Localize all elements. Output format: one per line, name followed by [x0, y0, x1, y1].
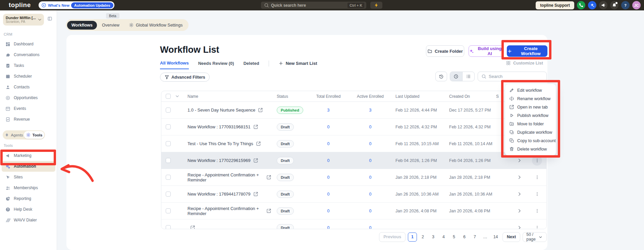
phone-button[interactable] — [577, 1, 585, 9]
sidebar-item-sites[interactable]: Sites — [0, 172, 57, 182]
sidebar-item-contacts[interactable]: Contacts — [0, 82, 57, 92]
tab-all-workflows[interactable]: All Workflows — [160, 60, 189, 69]
next-page-button[interactable]: Next — [502, 232, 520, 242]
page-7[interactable]: 7 — [470, 233, 479, 242]
workflow-name[interactable]: New Workflow : 1770931968151 — [187, 124, 251, 129]
sidebar-item-automation[interactable]: Automation — [2, 161, 55, 172]
row-checkbox[interactable] — [166, 225, 171, 229]
page-1[interactable]: 1 — [408, 233, 417, 242]
sidebar-item-events[interactable]: Events — [0, 103, 57, 114]
open-external-icon[interactable] — [253, 124, 258, 129]
table-row[interactable]: Test - Use This One To Try Things Draft … — [161, 135, 546, 152]
open-external-icon[interactable] — [266, 175, 271, 180]
total-enrolled-value[interactable]: 0 — [308, 125, 348, 129]
workflow-name[interactable]: New Workflow : 1769441778079 — [187, 192, 251, 197]
workflow-name[interactable]: 1.0 - Seven Day Nurture Sequence — [187, 108, 255, 113]
menu-item-rename-workflow[interactable]: Rename workflow — [505, 94, 556, 103]
menu-item-delete-workflow[interactable]: Delete workflow — [505, 145, 556, 153]
toggle-agents[interactable]: Agents — [3, 131, 24, 139]
sidebar-item-scheduler[interactable]: Scheduler — [0, 71, 57, 82]
total-enrolled-value[interactable]: 0 — [308, 141, 348, 146]
workflow-name[interactable]: Recipe - Appointment Confirmation + Remi… — [187, 172, 264, 182]
page-size-select[interactable]: 50 / page — [523, 232, 547, 242]
active-enrolled-value[interactable]: 0 — [348, 192, 392, 197]
total-enrolled-value[interactable]: 0 — [308, 225, 348, 230]
sidebar-item-opportunities[interactable]: Opportunities — [0, 92, 57, 103]
notifications-button[interactable] — [610, 1, 619, 9]
active-enrolled-value[interactable]: 0 — [348, 125, 392, 129]
quick-actions-button[interactable] — [370, 2, 382, 9]
menu-item-move-to-folder[interactable]: Move to folder — [505, 120, 556, 128]
total-enrolled-value[interactable]: 0 — [308, 192, 348, 197]
page-6[interactable]: 6 — [460, 233, 469, 242]
header-caret-icon[interactable] — [175, 94, 183, 99]
toggle-tools[interactable]: Tools — [24, 131, 44, 139]
advanced-filters-button[interactable]: Advanced Filters — [160, 73, 210, 82]
sidebar-item-conversations[interactable]: Conversations — [0, 49, 57, 60]
account-switcher[interactable]: Dunder Mifflin [... Scranton, PA — [3, 14, 44, 26]
active-enrolled-value[interactable]: 3 — [348, 108, 392, 113]
row-checkbox[interactable] — [166, 175, 171, 180]
help-button[interactable]: ? — [621, 1, 630, 9]
menu-item-edit-workflow[interactable]: Edit workflow — [505, 86, 556, 94]
previous-page-button[interactable]: Previous — [379, 232, 406, 242]
row-checkbox[interactable] — [166, 124, 171, 129]
total-enrolled-value[interactable]: 0 — [308, 209, 348, 213]
open-external-icon[interactable] — [253, 192, 258, 197]
workflow-name[interactable]: Test - Use This One To Try Things — [187, 141, 253, 146]
customize-list-button[interactable]: Customize List — [506, 60, 543, 66]
menu-item-copy-to-sub-account[interactable]: Copy to sub-account — [505, 136, 556, 145]
tab-global-workflow-settings[interactable]: Global Workflow Settings — [124, 20, 187, 30]
sidebar-item-marketing[interactable]: Marketing — [0, 150, 57, 161]
announcements-button[interactable] — [599, 1, 607, 9]
new-smart-list-button[interactable]: New Smart List — [278, 61, 317, 69]
total-enrolled-value[interactable]: 0 — [308, 175, 348, 180]
tab-needs-review[interactable]: Needs Review (0) — [198, 61, 234, 69]
tab-deleted[interactable]: Deleted — [244, 61, 259, 69]
quick-search-input[interactable]: Quick search here Ctrl + K — [261, 2, 366, 9]
page-5[interactable]: 5 — [449, 233, 459, 242]
whats-new-pill[interactable]: What's New Automation Updates — [39, 1, 114, 9]
active-enrolled-value[interactable]: 0 — [348, 225, 392, 230]
table-row[interactable]: New Workflow : 1769441778079 Draft 0 0 J… — [161, 186, 546, 203]
table-row[interactable]: New Workflow : 1770931968151 Draft 0 0 F… — [161, 119, 546, 135]
expand-row-button[interactable] — [512, 208, 527, 213]
expand-row-button[interactable] — [512, 175, 527, 180]
view-list-button[interactable] — [462, 72, 475, 81]
expand-row-button[interactable] — [512, 225, 527, 229]
table-search-input[interactable]: Search — [478, 72, 547, 81]
active-enrolled-value[interactable]: 0 — [348, 141, 392, 146]
row-checkbox[interactable] — [166, 141, 171, 146]
expand-row-button[interactable] — [512, 192, 527, 197]
open-external-icon[interactable] — [266, 208, 271, 213]
row-checkbox[interactable] — [166, 208, 171, 213]
open-external-icon[interactable] — [256, 141, 261, 146]
collapse-sidebar-button[interactable] — [47, 16, 52, 21]
support-button[interactable]: topline Support — [536, 1, 574, 9]
row-actions-button[interactable] — [532, 206, 542, 216]
sidebar-item-memberships[interactable]: Memberships — [0, 182, 57, 193]
ai-assistant-button[interactable] — [588, 1, 596, 9]
select-all-checkbox[interactable] — [166, 94, 171, 99]
row-actions-button[interactable] — [532, 223, 542, 230]
table-row[interactable]: New Workflow : 1770229615969 Draft 0 0 F… — [161, 152, 546, 169]
workflow-name[interactable]: Recipe - Appointment Confirmation + Remi… — [187, 206, 264, 216]
expand-row-button[interactable] — [512, 158, 527, 163]
active-enrolled-value[interactable]: 0 — [348, 175, 392, 180]
row-checkbox[interactable] — [166, 192, 171, 197]
sidebar-item-tasks[interactable]: Tasks — [0, 60, 57, 71]
create-workflow-button[interactable]: Create Workflow — [507, 45, 547, 57]
total-enrolled-value[interactable]: 0 — [308, 158, 348, 163]
workflow-name[interactable]: New Workflow : 1770229615969 — [187, 158, 251, 163]
row-checkbox[interactable] — [166, 158, 171, 163]
page-4[interactable]: 4 — [439, 233, 448, 242]
automation-updates-badge[interactable]: Automation Updates — [71, 2, 113, 8]
active-enrolled-value[interactable]: 0 — [348, 158, 392, 163]
menu-item-publish-workflow[interactable]: Publish workflow — [505, 111, 556, 120]
table-row[interactable]: Recipe - Appointment Confirmation + Remi… — [161, 203, 546, 219]
menu-item-duplicate-workflow[interactable]: Duplicate workflow — [505, 128, 556, 136]
row-actions-button[interactable] — [532, 156, 542, 166]
page-3[interactable]: 3 — [429, 233, 438, 242]
table-row[interactable]: Recipe - Appointment Confirmation + Remi… — [161, 169, 546, 186]
menu-item-open-in-new-tab[interactable]: Open in new tab — [505, 103, 556, 111]
